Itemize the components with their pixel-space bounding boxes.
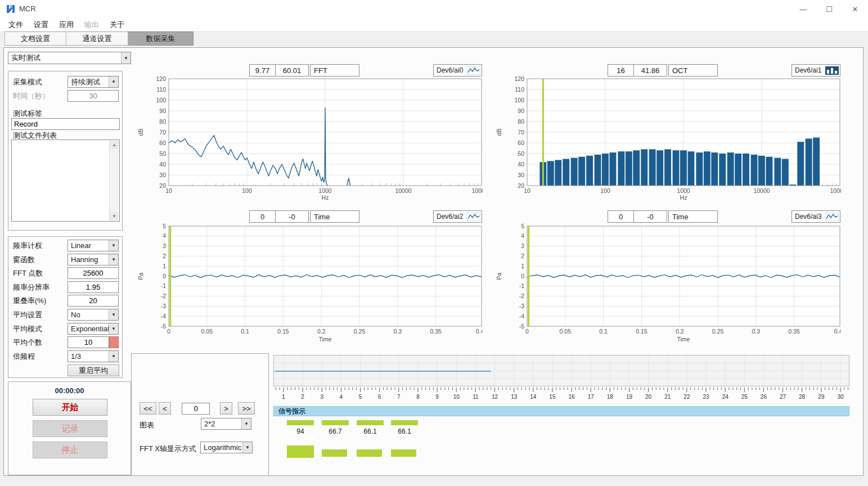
test-mode-select[interactable]: 实时测试 ▼ [8, 52, 131, 64]
svg-text:11: 11 [473, 394, 479, 400]
window-controls: —☐✕ [790, 0, 868, 18]
signal-level-block-1 [322, 449, 347, 457]
acq-input-1 [68, 90, 119, 102]
tab-2[interactable]: 数据采集 [128, 32, 194, 46]
test-file-list[interactable]: ▲ ▼ [11, 140, 120, 222]
nav-last-button[interactable]: >> [238, 402, 255, 415]
svg-text:Hz: Hz [322, 194, 329, 201]
fft-plot[interactable]: 2030405060708090100110120101001000100001… [135, 76, 483, 202]
acq-select-0[interactable]: 持续测试▼ [68, 76, 119, 88]
param-select-8[interactable]: 1/3▼ [68, 350, 119, 362]
svg-text:0.05: 0.05 [201, 328, 213, 335]
param-select-0[interactable]: Linear▼ [68, 240, 119, 251]
title-bar: MCR —☐✕ [0, 0, 868, 19]
time-b-type-box: Time [668, 210, 718, 223]
nav-first-button[interactable]: << [140, 402, 156, 415]
close-button[interactable]: ✕ [842, 0, 868, 18]
svg-text:24: 24 [722, 394, 729, 400]
param-input-2[interactable] [68, 267, 119, 279]
param-input-7[interactable] [68, 336, 109, 348]
svg-text:50: 50 [159, 150, 166, 157]
svg-text:12: 12 [492, 394, 498, 400]
restart-average-button[interactable]: 重启平均 [68, 364, 119, 376]
svg-text:100: 100 [156, 97, 166, 104]
tab-1[interactable]: 通道设置 [66, 32, 128, 46]
param-select-1[interactable]: Hanning▼ [68, 254, 119, 266]
svg-text:0: 0 [167, 328, 170, 335]
chevron-down-icon: ▼ [109, 323, 118, 334]
menu-item-0[interactable]: 文件 [8, 20, 23, 30]
svg-text:100000: 100000 [471, 187, 483, 194]
svg-text:60: 60 [518, 140, 524, 146]
svg-text:100: 100 [514, 97, 524, 104]
menu-item-4[interactable]: 关于 [110, 20, 124, 30]
svg-text:5: 5 [163, 223, 166, 230]
oct-plot[interactable]: 2030405060708090100110120101001000100001… [493, 76, 841, 202]
menu-item-1[interactable]: 设置 [34, 20, 48, 30]
param-select-6[interactable]: Exponential▼ [68, 323, 119, 335]
svg-text:Hz: Hz [680, 194, 687, 201]
time-b-device-selector[interactable]: Dev6/ai3 [791, 210, 840, 223]
mcr-application-window: { "window": { "title": "MCR", "controls"… [0, 0, 868, 486]
time-a-plot[interactable]: -5-4-3-2-101234500.050.10.150.20.250.30.… [135, 223, 483, 349]
time-a-device-selector[interactable]: Dev6/ai2 [433, 210, 482, 223]
oct-chart-panel: 16 41.86 OCT Dev6/ai1 203040506070809010… [493, 61, 841, 202]
acq-label-0: 采集模式 [13, 77, 42, 87]
oct-device-selector[interactable]: Dev6/ai1 [791, 64, 840, 76]
menu-item-3: 输出 [84, 20, 99, 30]
svg-text:13: 13 [511, 394, 518, 400]
svg-text:100000: 100000 [830, 187, 841, 194]
svg-text:-4: -4 [161, 313, 166, 320]
time-a-cursor-readout: 0 -0 [249, 210, 309, 223]
svg-text:0.25: 0.25 [354, 328, 366, 335]
nav-next-button[interactable]: > [220, 402, 232, 415]
svg-text:10000: 10000 [395, 187, 411, 194]
param-select-5[interactable]: No▼ [68, 309, 119, 321]
param-input-4[interactable] [68, 295, 119, 307]
time-b-cursor-readout: 0 -0 [608, 210, 667, 223]
svg-text:-1: -1 [161, 282, 166, 289]
svg-text:5: 5 [521, 223, 524, 230]
svg-text:1000: 1000 [318, 187, 332, 194]
oct-cursor-readout: 16 41.86 [608, 64, 667, 76]
param-label-8: 倍频程 [13, 352, 35, 362]
fft-chart-panel: 9.77 60.01 FFT Dev6/ai0 2030405060708090… [135, 61, 483, 202]
nav-prev-button[interactable]: < [159, 402, 171, 415]
param-label-2: FFT 点数 [13, 268, 43, 278]
start-button[interactable]: 开始 [33, 399, 107, 416]
svg-text:9: 9 [435, 394, 439, 400]
signal-meter-value-1: 66.7 [322, 428, 349, 435]
param-input-3[interactable] [68, 281, 119, 293]
svg-text:0: 0 [525, 328, 529, 335]
fft-xaxis-select[interactable]: Logarithmic ▼ [200, 442, 253, 453]
svg-text:-5: -5 [519, 323, 524, 330]
svg-text:0.2: 0.2 [317, 328, 326, 335]
svg-text:70: 70 [518, 129, 524, 136]
svg-text:Time: Time [319, 336, 332, 343]
scroll-down-icon[interactable]: ▼ [110, 212, 119, 220]
window-title: MCR [19, 0, 36, 18]
signal-meter-value-0: 94 [287, 428, 314, 435]
svg-text:Pa: Pa [496, 272, 502, 280]
tab-0[interactable]: 文档设置 [5, 32, 66, 46]
svg-text:10000: 10000 [753, 187, 770, 194]
svg-text:1: 1 [163, 263, 166, 269]
scroll-up-icon[interactable]: ▲ [110, 141, 119, 149]
svg-text:2: 2 [521, 253, 524, 259]
file-list-scrollbar[interactable]: ▲ ▼ [109, 141, 119, 220]
record-timeline[interactable]: 1234567891011121314151617181920212223242… [273, 355, 849, 402]
signal-indicator-header: 信号指示 [273, 406, 849, 416]
svg-text:17: 17 [588, 394, 595, 400]
menu-item-2[interactable]: 应用 [59, 20, 74, 30]
fft-device-selector[interactable]: Dev6/ai0 [433, 64, 482, 76]
chart-layout-select[interactable]: 2*2 ▼ [201, 418, 251, 430]
time-b-plot[interactable]: -5-4-3-2-101234500.050.10.150.20.250.30.… [493, 223, 841, 349]
test-label-input[interactable] [11, 118, 120, 130]
minimize-button[interactable]: — [790, 0, 816, 18]
svg-text:26: 26 [761, 394, 767, 400]
svg-text:80: 80 [518, 118, 524, 125]
stop-button: 停止 [33, 442, 107, 458]
maximize-button[interactable]: ☐ [816, 0, 842, 18]
nav-index-input[interactable] [182, 403, 210, 415]
svg-text:1: 1 [521, 263, 524, 269]
